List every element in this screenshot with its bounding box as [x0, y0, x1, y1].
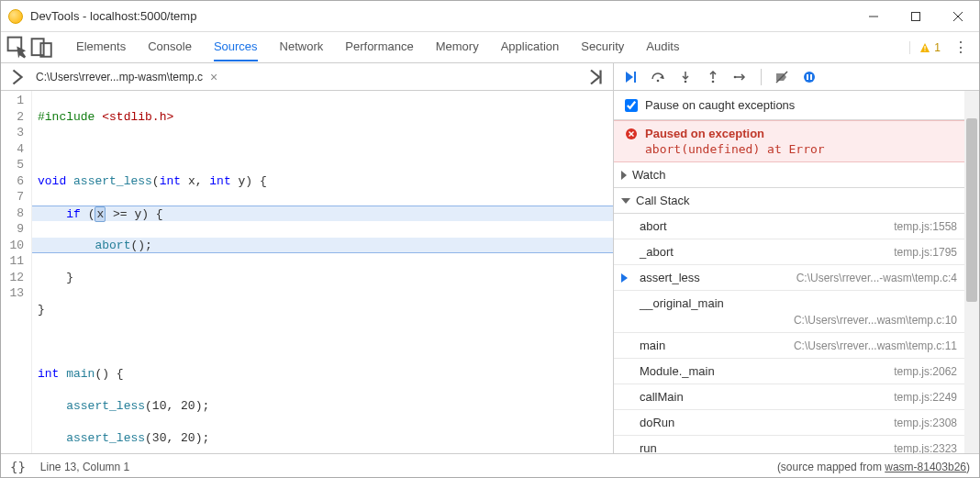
step-into-icon[interactable] — [678, 70, 693, 84]
frame-name: Module._main — [640, 364, 715, 378]
callstack-frame[interactable]: doRuntemp.js:2308 — [614, 410, 964, 436]
content-area: C:\Users\rrever...mp-wasm\temp.c × 12345… — [1, 63, 979, 453]
close-file-icon[interactable]: × — [210, 70, 217, 84]
show-navigator-icon[interactable] — [6, 66, 28, 88]
frame-name: _abort — [640, 245, 674, 259]
callstack-header[interactable]: Call Stack — [614, 188, 964, 214]
inspect-element-icon[interactable] — [6, 36, 30, 60]
callstack-frame[interactable]: mainC:\Users\rrever...wasm\temp.c:11 — [614, 333, 964, 359]
source-map-link[interactable]: wasm-81403b26 — [885, 461, 966, 473]
pause-caught-label: Pause on caught exceptions — [645, 98, 795, 112]
svg-rect-7 — [925, 46, 926, 50]
device-toolbar-icon[interactable] — [30, 36, 54, 60]
svg-point-13 — [685, 80, 687, 83]
frame-name: run — [640, 441, 657, 453]
step-out-icon[interactable] — [706, 70, 720, 84]
step-over-icon[interactable] — [651, 70, 665, 84]
svg-point-11 — [657, 79, 660, 82]
tab-elements[interactable]: Elements — [76, 33, 126, 61]
chevron-right-icon — [621, 171, 627, 180]
frame-location: temp.js:2062 — [894, 365, 957, 378]
frame-location: temp.js:1795 — [894, 246, 957, 259]
sources-pane: C:\Users\rrever...mp-wasm\temp.c × 12345… — [1, 63, 614, 453]
maximize-button[interactable] — [895, 3, 937, 30]
svg-point-15 — [712, 80, 715, 83]
paused-message: abort(undefined) at Error — [645, 142, 953, 156]
frame-name: doRun — [640, 416, 674, 429]
svg-rect-20 — [807, 74, 808, 80]
chevron-down-icon — [621, 198, 630, 204]
tab-console[interactable]: Console — [148, 33, 192, 61]
warnings-badge[interactable]: 1 — [909, 41, 941, 54]
svg-rect-10 — [634, 72, 636, 83]
scrollbar[interactable] — [964, 91, 979, 453]
tab-memory[interactable]: Memory — [436, 33, 479, 61]
watch-header[interactable]: Watch — [614, 162, 964, 188]
svg-rect-1 — [912, 12, 920, 20]
callstack-frame[interactable]: _aborttemp.js:1795 — [614, 239, 964, 265]
paused-title: Paused on exception — [645, 127, 764, 140]
svg-rect-5 — [32, 39, 44, 55]
panel-tabs: Elements Console Sources Network Perform… — [76, 33, 679, 61]
status-bar: {} Line 13, Column 1 (source mapped from… — [1, 453, 979, 478]
code-content: #include <stdlib.h> void assert_less(int… — [32, 91, 613, 453]
callstack-frame[interactable]: __original_mainC:\Users\rrever...wasm\te… — [614, 291, 964, 333]
frame-name: callMain — [640, 390, 684, 404]
warnings-count: 1 — [934, 41, 941, 54]
callstack-frame[interactable]: callMaintemp.js:2249 — [614, 384, 964, 410]
titlebar: DevTools - localhost:5000/temp — [1, 1, 979, 32]
paused-banner: Paused on exception abort(undefined) at … — [614, 120, 964, 162]
pause-exceptions-icon[interactable] — [802, 70, 817, 84]
window-title: DevTools - localhost:5000/temp — [30, 9, 852, 23]
tab-network[interactable]: Network — [280, 33, 324, 61]
pretty-print-icon[interactable]: {} — [10, 460, 26, 474]
frame-location: C:\Users\rrever...wasm\temp.c:11 — [794, 339, 957, 352]
file-tab-path: C:\Users\rrever...mp-wasm\temp.c — [36, 71, 203, 83]
frame-name: __original_main — [640, 296, 724, 310]
frame-name: assert_less — [640, 271, 700, 284]
tab-sources[interactable]: Sources — [214, 33, 258, 61]
debugger-panels[interactable]: Pause on caught exceptions Paused on exc… — [614, 91, 964, 453]
watch-label: Watch — [632, 168, 665, 182]
callstack-frame[interactable]: runtemp.js:2323 — [614, 436, 964, 453]
frame-location: C:\Users\rrever...wasm\temp.c:10 — [640, 310, 957, 327]
frame-location: temp.js:2308 — [894, 417, 957, 429]
resume-icon[interactable] — [623, 70, 638, 84]
callstack-frame[interactable]: Module._maintemp.js:2062 — [614, 359, 964, 384]
tab-security[interactable]: Security — [581, 33, 624, 61]
callstack-list: aborttemp.js:1558_aborttemp.js:1795asser… — [614, 214, 964, 453]
overflow-menu-icon[interactable]: ⋮ — [948, 39, 974, 56]
svg-rect-8 — [925, 50, 926, 50]
frame-location: temp.js:2249 — [894, 391, 957, 404]
minimize-button[interactable] — [852, 3, 895, 30]
devtools-icon — [8, 9, 23, 24]
tab-application[interactable]: Application — [501, 33, 560, 61]
callstack-frame[interactable]: aborttemp.js:1558 — [614, 214, 964, 239]
line-gutter: 12345678910111213 — [1, 91, 32, 453]
frame-location: temp.js:1558 — [894, 220, 957, 233]
callstack-label: Call Stack — [636, 194, 690, 207]
code-editor[interactable]: 12345678910111213 #include <stdlib.h> vo… — [1, 91, 613, 453]
deactivate-breakpoints-icon[interactable] — [774, 70, 789, 84]
source-map-info: (source mapped from wasm-81403b26) — [777, 461, 970, 473]
error-icon — [625, 128, 638, 140]
close-button[interactable] — [937, 3, 979, 30]
debugger-pane: Pause on caught exceptions Paused on exc… — [614, 63, 979, 453]
file-tab[interactable]: C:\Users\rrever...mp-wasm\temp.c × — [28, 70, 225, 84]
cursor-position: Line 13, Column 1 — [40, 461, 129, 473]
callstack-frame[interactable]: assert_lessC:\Users\rrever...-wasm\temp.… — [614, 265, 964, 291]
frame-name: abort — [640, 219, 667, 233]
frame-location: temp.js:2323 — [894, 442, 957, 454]
debugger-toolbar — [614, 63, 979, 91]
scrollbar-thumb[interactable] — [966, 118, 977, 302]
svg-point-17 — [734, 75, 737, 78]
window-controls — [852, 3, 979, 30]
more-tabs-icon[interactable] — [585, 66, 607, 88]
step-icon[interactable] — [733, 70, 748, 84]
frame-name: main — [640, 339, 665, 352]
pause-caught-checkbox[interactable] — [625, 99, 638, 112]
tab-audits[interactable]: Audits — [646, 33, 679, 61]
file-tab-bar: C:\Users\rrever...mp-wasm\temp.c × — [1, 63, 613, 91]
tab-performance[interactable]: Performance — [345, 33, 413, 61]
svg-rect-21 — [810, 74, 812, 80]
